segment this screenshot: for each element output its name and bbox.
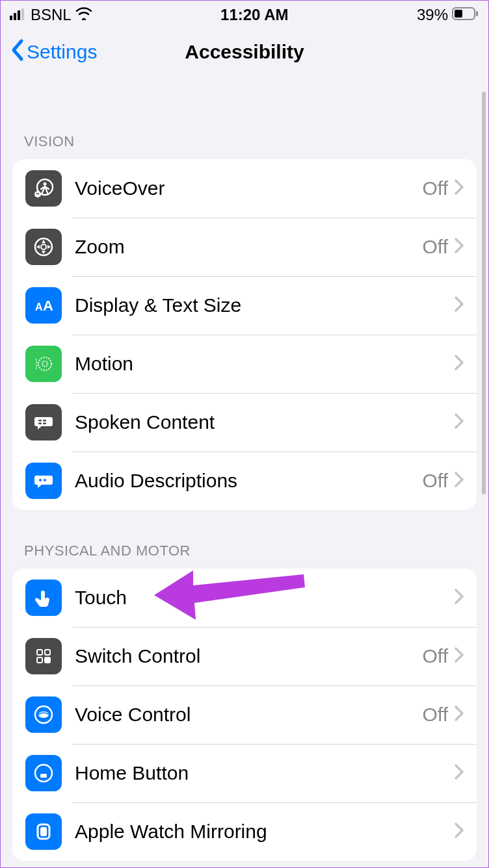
svg-rect-29 [45, 657, 50, 663]
row-audio-descriptions[interactable]: Audio Descriptions Off [12, 452, 477, 510]
row-apple-watch-mirroring[interactable]: Apple Watch Mirroring [12, 802, 477, 861]
row-label: Voice Control [75, 704, 423, 726]
nav-bar: Settings Accessibility [1, 29, 488, 75]
section-header-vision: VISION [1, 75, 488, 159]
row-voice-control[interactable]: Voice Control Off [12, 685, 477, 744]
chevron-right-icon [455, 238, 464, 256]
motion-icon [25, 346, 62, 382]
status-left: BSNL [10, 6, 92, 24]
svg-rect-23 [43, 423, 46, 425]
row-display-text-size[interactable]: AA Display & Text Size [12, 276, 477, 335]
row-value: Off [423, 645, 448, 667]
svg-point-19 [42, 361, 47, 366]
spoken-content-icon [25, 404, 62, 440]
chevron-right-icon [455, 413, 464, 431]
group-physical: Touch Switch Control Off Voice Control O… [12, 568, 477, 861]
svg-rect-20 [38, 420, 42, 422]
row-motion[interactable]: Motion [12, 335, 477, 393]
row-label: Zoom [75, 236, 423, 258]
svg-marker-14 [36, 245, 40, 249]
row-label: VoiceOver [75, 177, 423, 199]
row-label: Spoken Content [75, 411, 448, 433]
svg-text:A: A [43, 298, 53, 314]
row-value: Off [423, 177, 448, 199]
zoom-icon [25, 229, 62, 265]
status-right: 39% [417, 6, 478, 24]
row-label: Display & Text Size [75, 294, 448, 316]
row-value: Off [423, 470, 448, 492]
scrollbar-thumb[interactable] [482, 92, 486, 494]
back-label: Settings [27, 41, 97, 63]
svg-rect-5 [455, 10, 462, 18]
status-time: 11:20 AM [220, 6, 288, 24]
chevron-right-icon [455, 296, 464, 314]
row-voiceover[interactable]: VoiceOver Off [12, 159, 477, 218]
battery-pct: 39% [417, 6, 448, 24]
chevron-right-icon [455, 823, 464, 841]
svg-rect-3 [21, 8, 24, 20]
back-button[interactable]: Settings [1, 38, 97, 66]
row-touch[interactable]: Touch [12, 568, 477, 627]
svg-marker-15 [47, 245, 51, 249]
svg-text:A: A [35, 301, 43, 313]
svg-point-11 [41, 244, 46, 249]
section-header-physical: PHYSICAL AND MOTOR [1, 510, 488, 568]
row-label: Motion [75, 353, 448, 375]
row-label: Apple Watch Mirroring [75, 821, 448, 843]
watch-mirroring-icon [25, 813, 62, 850]
svg-rect-22 [38, 423, 42, 425]
row-spoken-content[interactable]: Spoken Content [12, 393, 477, 452]
wifi-icon [75, 6, 92, 24]
chevron-right-icon [455, 179, 464, 198]
row-home-button[interactable]: Home Button [12, 744, 477, 802]
svg-point-24 [39, 479, 42, 481]
audio-descriptions-icon [25, 463, 62, 499]
touch-icon [25, 580, 62, 616]
svg-rect-26 [37, 650, 42, 655]
status-bar: BSNL 11:20 AM 39% [1, 1, 488, 29]
chevron-right-icon [455, 647, 464, 665]
chevron-right-icon [455, 764, 464, 782]
switch-control-icon [25, 638, 62, 674]
svg-rect-27 [45, 650, 50, 655]
svg-rect-21 [43, 420, 46, 422]
chevron-right-icon [455, 706, 464, 724]
signal-icon [10, 6, 27, 24]
svg-rect-1 [14, 13, 16, 20]
svg-point-18 [38, 357, 51, 370]
row-value: Off [423, 236, 448, 258]
svg-rect-6 [476, 11, 478, 16]
svg-rect-0 [10, 16, 12, 20]
svg-point-9 [34, 191, 41, 198]
voice-control-icon [25, 696, 62, 733]
voiceover-icon [25, 170, 62, 207]
row-label: Touch [75, 587, 448, 609]
content-scroll[interactable]: VISION VoiceOver Off Zoom Off AA Display… [1, 75, 488, 868]
battery-icon [452, 6, 478, 24]
chevron-left-icon [10, 38, 24, 66]
group-vision: VoiceOver Off Zoom Off AA Display & Text… [12, 159, 477, 510]
svg-rect-35 [40, 827, 47, 836]
svg-point-25 [44, 479, 46, 481]
svg-marker-13 [42, 251, 46, 254]
row-zoom[interactable]: Zoom Off [12, 218, 477, 276]
chevron-right-icon [455, 355, 464, 373]
svg-rect-28 [37, 657, 42, 663]
svg-point-32 [35, 765, 52, 782]
row-value: Off [423, 704, 448, 726]
home-button-icon [25, 755, 62, 791]
row-label: Audio Descriptions [75, 470, 423, 492]
row-label: Home Button [75, 762, 448, 784]
svg-rect-33 [40, 774, 47, 778]
text-size-icon: AA [25, 287, 62, 324]
row-switch-control[interactable]: Switch Control Off [12, 627, 477, 685]
carrier-label: BSNL [31, 6, 72, 24]
chevron-right-icon [455, 472, 464, 490]
svg-rect-2 [18, 10, 20, 20]
chevron-right-icon [455, 589, 464, 607]
row-label: Switch Control [75, 645, 423, 667]
svg-marker-12 [42, 240, 46, 243]
